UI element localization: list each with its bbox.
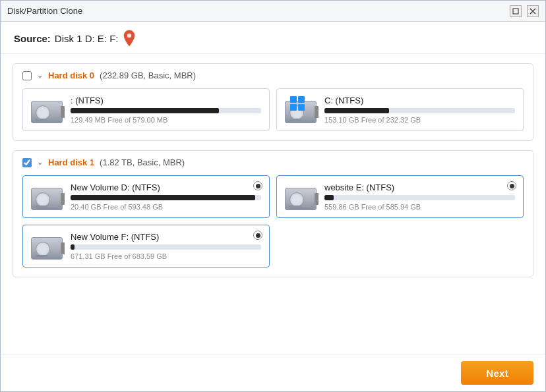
- svg-point-3: [127, 34, 131, 38]
- empty-slot: [276, 225, 524, 267]
- disk1-checkbox[interactable]: [22, 158, 32, 167]
- disk1-chevron[interactable]: ⌄: [37, 158, 43, 167]
- progress-bar-0b: [324, 108, 515, 113]
- partition-name-1b: website E: (NTFS): [324, 182, 515, 192]
- source-label: Source:: [14, 33, 51, 44]
- next-button[interactable]: Next: [461, 361, 533, 385]
- source-bar: Source: Disk 1 D: E: F:: [1, 22, 545, 54]
- partition-info-0a: : (NTFS) 129.49 MB Free of 579.00 MB: [71, 96, 261, 124]
- disk1-row1: New Volume D: (NTFS) 20.40 GB Free of 59…: [22, 175, 524, 218]
- partition-card-1c[interactable]: New Volume F: (NTFS) 671.31 GB Free of 6…: [22, 225, 270, 267]
- progress-bar-1a: [71, 195, 261, 200]
- content-area: ⌄ Hard disk 0 (232.89 GB, Basic, MBR): [1, 54, 545, 354]
- partition-free-0a: 129.49 MB Free of 579.00 MB: [71, 116, 261, 124]
- title-bar: Disk/Partition Clone: [1, 1, 545, 22]
- main-window: Disk/Partition Clone Source: Disk 1 D: E…: [0, 0, 546, 392]
- hdd-icon-1c: [30, 232, 64, 260]
- partition-card-1a[interactable]: New Volume D: (NTFS) 20.40 GB Free of 59…: [22, 175, 270, 218]
- location-icon: [123, 30, 136, 47]
- partition-name-0b: C: (NTFS): [324, 96, 515, 105]
- partition-name-0a: : (NTFS): [71, 96, 261, 105]
- partition-info-1b: website E: (NTFS) 559.86 GB Free of 585.…: [324, 182, 515, 211]
- disk0-partitions: : (NTFS) 129.49 MB Free of 579.00 MB: [22, 88, 524, 131]
- partition-card-1b[interactable]: website E: (NTFS) 559.86 GB Free of 585.…: [276, 175, 524, 218]
- disk1-row2: New Volume F: (NTFS) 671.31 GB Free of 6…: [22, 225, 524, 267]
- hdd-icon-1a: [30, 182, 64, 210]
- disk0-name: Hard disk 0: [48, 70, 94, 80]
- disk1-info: (1.82 TB, Basic, MBR): [100, 157, 185, 167]
- progress-bar-0a: [71, 108, 261, 113]
- disk-group-1: ⌄ Hard disk 1 (1.82 TB, Basic, MBR): [13, 150, 533, 277]
- disk1-name: Hard disk 1: [48, 157, 94, 167]
- progress-bar-1c: [71, 244, 261, 250]
- partition-free-0b: 153.10 GB Free of 232.32 GB: [324, 116, 515, 124]
- footer: Next: [1, 354, 545, 391]
- partition-free-1b: 559.86 GB Free of 585.94 GB: [324, 203, 515, 211]
- partition-name-1a: New Volume D: (NTFS): [71, 182, 261, 192]
- disk-group-0: ⌄ Hard disk 0 (232.89 GB, Basic, MBR): [13, 63, 533, 141]
- partition-info-1c: New Volume F: (NTFS) 671.31 GB Free of 6…: [71, 232, 261, 260]
- hdd-icon-0a: [30, 96, 64, 123]
- disk1-partitions: New Volume D: (NTFS) 20.40 GB Free of 59…: [22, 175, 524, 267]
- close-button[interactable]: [527, 5, 539, 17]
- disk0-checkbox[interactable]: [22, 71, 32, 80]
- window-controls: [510, 5, 539, 17]
- partition-free-1a: 20.40 GB Free of 593.48 GB: [71, 203, 261, 211]
- progress-bar-1b: [324, 195, 515, 200]
- hdd-icon-1b: [284, 182, 318, 210]
- partition-free-1c: 671.31 GB Free of 683.59 GB: [71, 252, 261, 260]
- partition-name-1c: New Volume F: (NTFS): [71, 232, 261, 242]
- partition-info-0b: C: (NTFS) 153.10 GB Free of 232.32 GB: [324, 96, 515, 124]
- windows-icon-0b: [284, 96, 318, 123]
- disk0-chevron[interactable]: ⌄: [37, 71, 43, 80]
- disk-header-1: ⌄ Hard disk 1 (1.82 TB, Basic, MBR): [22, 157, 524, 167]
- radio-1a[interactable]: [253, 181, 262, 190]
- source-value: Disk 1 D: E: F:: [55, 33, 119, 44]
- radio-1b[interactable]: [507, 181, 516, 190]
- partition-info-1a: New Volume D: (NTFS) 20.40 GB Free of 59…: [71, 182, 261, 211]
- disk0-info: (232.89 GB, Basic, MBR): [100, 70, 196, 80]
- partition-card-0b[interactable]: C: (NTFS) 153.10 GB Free of 232.32 GB: [276, 88, 524, 131]
- partition-card-0a[interactable]: : (NTFS) 129.49 MB Free of 579.00 MB: [22, 88, 270, 131]
- disk-header-0: ⌄ Hard disk 0 (232.89 GB, Basic, MBR): [22, 70, 524, 80]
- maximize-button[interactable]: [510, 5, 522, 17]
- svg-rect-0: [513, 9, 518, 14]
- window-title: Disk/Partition Clone: [7, 6, 510, 16]
- radio-1c[interactable]: [253, 231, 262, 240]
